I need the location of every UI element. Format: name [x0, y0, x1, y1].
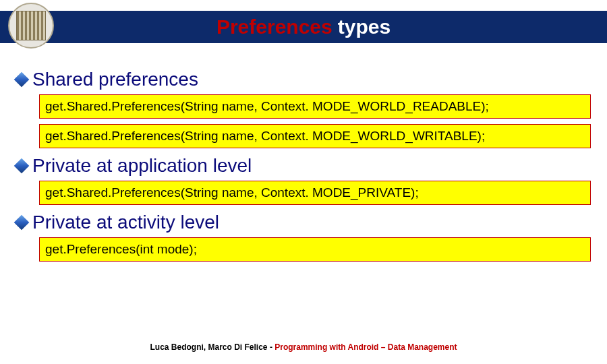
section-heading: Private at activity level — [16, 212, 591, 233]
slide-title: Preferences types — [0, 11, 607, 43]
section-heading: Shared preferences — [16, 69, 591, 90]
code-box: get.Shared.Preferences(String name, Cont… — [39, 94, 591, 119]
footer-authors: Luca Bedogni, Marco Di Felice — [150, 342, 268, 352]
code-box: get.Preferences(int mode); — [39, 237, 591, 262]
title-accent: Preferences — [216, 16, 333, 38]
title-rest: types — [338, 16, 391, 38]
footer-topic: Programming with Android – Data Manageme… — [274, 342, 457, 352]
code-box: get.Shared.Preferences(String name, Cont… — [39, 124, 591, 148]
bullet-diamond-icon — [14, 72, 30, 88]
heading-text: Private at application level — [32, 155, 252, 177]
bullet-diamond-icon — [14, 215, 30, 231]
title-bar: Preferences types — [0, 0, 607, 51]
slide-footer: Luca Bedogni, Marco Di Felice - Programm… — [0, 342, 607, 352]
heading-text: Shared preferences — [32, 69, 198, 90]
heading-text: Private at activity level — [32, 212, 219, 233]
section-heading: Private at application level — [16, 155, 591, 177]
bullet-diamond-icon — [14, 158, 30, 174]
slide-content: Shared preferences get.Shared.Preference… — [0, 51, 607, 262]
code-box: get.Shared.Preferences(String name, Cont… — [39, 181, 591, 205]
